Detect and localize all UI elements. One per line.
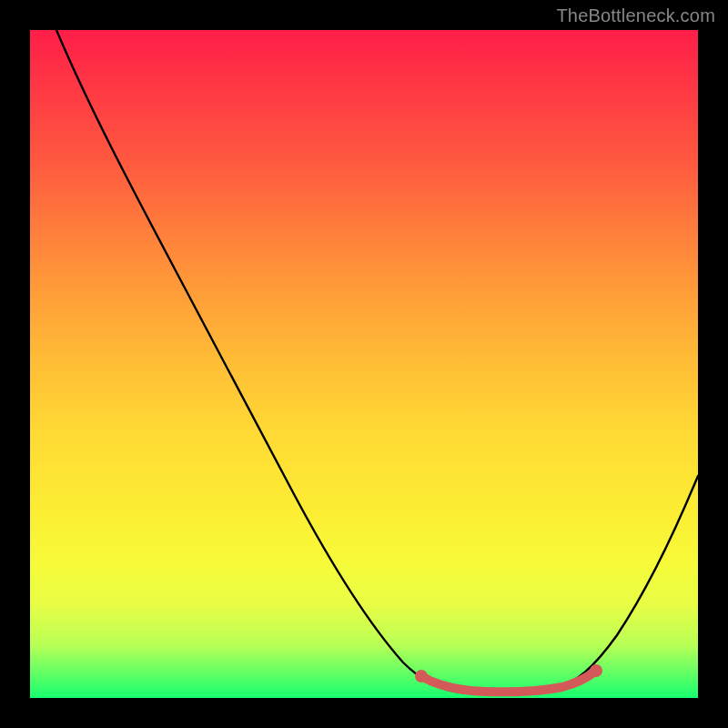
plot-area xyxy=(30,30,698,698)
watermark-text: TheBottleneck.com xyxy=(556,5,715,26)
heat-gradient xyxy=(30,30,698,698)
chart-stage: TheBottleneck.com xyxy=(0,0,728,728)
